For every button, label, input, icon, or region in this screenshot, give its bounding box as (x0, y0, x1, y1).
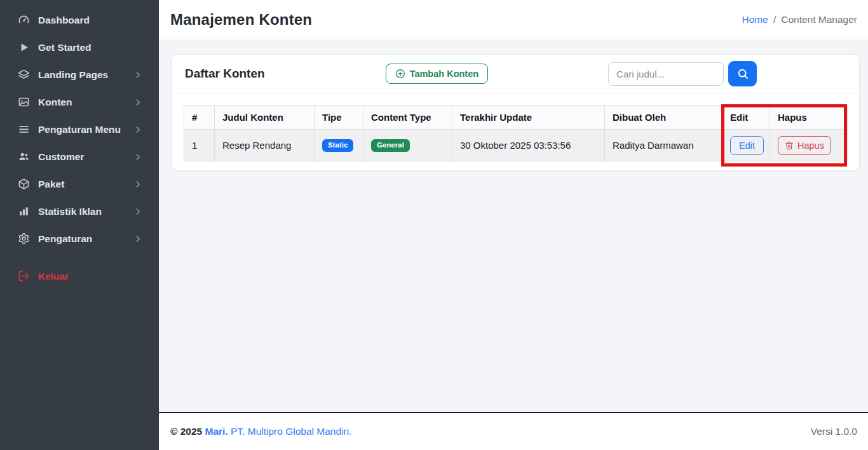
footer-year: © 2025 (170, 426, 202, 437)
breadcrumb-current: Content Manager (781, 14, 857, 25)
col-header-terakhir-update: Terakhir Update (452, 106, 605, 130)
list-icon (18, 123, 30, 135)
chevron-right-icon (133, 235, 142, 243)
sidebar-item-statistik-iklan[interactable]: Statistik Iklan (0, 198, 159, 225)
box-icon (18, 178, 30, 190)
sidebar-item-landing-pages[interactable]: Landing Pages (0, 61, 159, 88)
search-input[interactable] (608, 62, 724, 86)
app-window: Dashboard Get Started Landing Pages Kont… (0, 0, 868, 450)
gauge-icon (18, 14, 30, 26)
sidebar-item-label: Landing Pages (38, 69, 108, 81)
circle-plus-icon (395, 69, 405, 79)
sidebar-item-label: Statistik Iklan (38, 206, 102, 217)
col-header-judul-konten: Judul Konten (215, 106, 315, 130)
play-icon (18, 41, 30, 53)
footer-version: Versi 1.0.0 (811, 426, 857, 437)
sidebar-item-konten[interactable]: Konten (0, 88, 159, 116)
page-header: Manajemen Konten Home / Content Manager (159, 0, 868, 39)
sidebar-item-paket[interactable]: Paket (0, 170, 159, 198)
content-type-badge: General (371, 139, 410, 152)
sidebar-item-label: Dashboard (38, 15, 90, 26)
sidebar-item-pengaturan-menu[interactable]: Pengaturan Menu (0, 116, 159, 143)
chevron-right-icon (133, 153, 142, 161)
card-body: # Judul Konten Tipe Content Type Terakhi… (172, 93, 859, 170)
col-header-edit: Edit (722, 106, 770, 130)
layers-icon (18, 69, 30, 81)
cell-content-type: General (363, 130, 452, 161)
sidebar-item-label: Get Started (38, 42, 92, 53)
sidebar-item-get-started[interactable]: Get Started (0, 34, 159, 61)
search-group (608, 61, 757, 86)
chevron-right-icon (133, 98, 142, 107)
sidebar-item-label: Keluar (38, 271, 69, 282)
delete-button[interactable]: Hapus (778, 136, 831, 155)
card-header: Daftar Konten Tambah Konten (172, 55, 859, 93)
col-header-dibuat-oleh: Dibuat Oleh (605, 106, 722, 130)
card-title: Daftar Konten (185, 67, 265, 81)
sidebar: Dashboard Get Started Landing Pages Kont… (0, 0, 159, 450)
breadcrumb-home-link[interactable]: Home (742, 14, 768, 25)
cell-tipe: Static (315, 130, 363, 161)
users-icon (18, 151, 30, 163)
sidebar-item-customer[interactable]: Customer (0, 143, 159, 170)
image-icon (18, 96, 30, 108)
main-area: Manajemen Konten Home / Content Manager … (159, 0, 868, 450)
footer: © 2025 Mari. PT. Multipro Global Mandiri… (159, 412, 868, 450)
chevron-right-icon (133, 125, 142, 134)
sidebar-item-label: Customer (38, 151, 84, 163)
content-card: Daftar Konten Tambah Konten (172, 54, 860, 171)
chevron-right-icon (133, 180, 142, 189)
search-button[interactable] (728, 61, 757, 86)
tipe-badge: Static (322, 139, 353, 152)
table-header-row: # Judul Konten Tipe Content Type Terakhi… (184, 106, 848, 130)
col-header-tipe: Tipe (315, 106, 363, 130)
delete-button-label: Hapus (797, 140, 824, 151)
cell-terakhir-update: 30 Oktober 2025 03:53:56 (452, 130, 605, 161)
sidebar-item-dashboard[interactable]: Dashboard (0, 6, 159, 34)
add-content-button[interactable]: Tambah Konten (386, 64, 488, 84)
chevron-right-icon (133, 71, 142, 79)
col-header-content-type: Content Type (363, 106, 452, 130)
table-row: 1 Resep Rendang Static General 30 Oktobe… (184, 130, 848, 161)
cell-edit: Edit (722, 130, 770, 161)
col-header-hapus: Hapus (770, 106, 848, 130)
sidebar-item-keluar[interactable]: Keluar (0, 262, 159, 290)
cell-index: 1 (184, 130, 215, 161)
sidebar-item-pengaturan[interactable]: Pengaturan (0, 225, 159, 252)
sidebar-item-label: Pengaturan Menu (38, 124, 121, 135)
sidebar-item-label: Pengaturan (38, 233, 92, 245)
footer-company-link[interactable]: PT. Multipro Global Mandiri. (231, 426, 351, 437)
content-area: Daftar Konten Tambah Konten (159, 39, 868, 412)
footer-copyright: © 2025 Mari. PT. Multipro Global Mandiri… (170, 426, 351, 437)
add-content-button-label: Tambah Konten (410, 69, 478, 79)
sidebar-item-label: Konten (38, 97, 72, 108)
chevron-right-icon (133, 207, 142, 216)
edit-button[interactable]: Edit (730, 136, 764, 155)
sidebar-item-label: Paket (38, 179, 64, 190)
cell-judul: Resep Rendang (215, 130, 315, 161)
breadcrumb: Home / Content Manager (742, 14, 857, 25)
page-title: Manajemen Konten (170, 11, 312, 29)
gear-icon (18, 233, 30, 245)
col-header-index: # (184, 106, 215, 130)
chart-bar-icon (18, 205, 30, 217)
content-table: # Judul Konten Tipe Content Type Terakhi… (184, 105, 848, 161)
cell-dibuat-oleh: Raditya Darmawan (605, 130, 722, 161)
logout-icon (18, 270, 30, 282)
cell-hapus: Hapus (770, 130, 848, 161)
breadcrumb-separator: / (773, 14, 776, 25)
trash-icon (785, 141, 794, 150)
footer-brand-link[interactable]: Mari. (205, 426, 228, 437)
search-icon (736, 67, 749, 80)
